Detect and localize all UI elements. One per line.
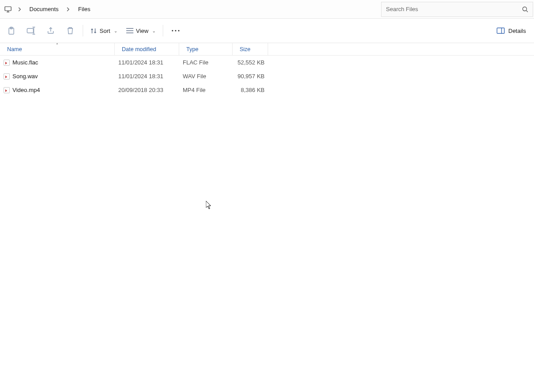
svg-rect-17 [497, 28, 505, 34]
toolbar: Sort ⌄ View ⌄ Details [0, 19, 534, 43]
file-date: 11/01/2024 18:31 [115, 59, 179, 66]
chevron-right-icon[interactable] [15, 7, 24, 12]
address-bar: Documents Files [0, 0, 534, 19]
file-date: 11/01/2024 18:31 [115, 73, 179, 80]
details-icon [497, 28, 505, 34]
breadcrumb[interactable]: Documents Files [0, 4, 381, 14]
details-label: Details [508, 28, 526, 34]
view-label: View [136, 28, 149, 34]
file-row[interactable]: Video.mp4 20/09/2018 20:33 MP4 File 8,38… [0, 83, 534, 97]
file-row[interactable]: Music.flac 11/01/2024 18:31 FLAC File 52… [0, 56, 534, 69]
file-type: WAV File [179, 73, 233, 80]
more-button[interactable] [166, 22, 185, 40]
file-list: Music.flac 11/01/2024 18:31 FLAC File 52… [0, 56, 534, 97]
mouse-cursor [206, 201, 212, 210]
svg-point-15 [175, 30, 176, 31]
sort-ascending-icon: ˄ [56, 43, 58, 48]
toolbar-separator [163, 25, 163, 36]
column-header-type[interactable]: Type [179, 43, 233, 55]
file-size: 52,552 KB [233, 59, 268, 66]
file-size: 8,386 KB [233, 87, 268, 93]
svg-point-3 [523, 7, 527, 11]
svg-rect-0 [5, 7, 11, 11]
sort-button[interactable]: Sort ⌄ [86, 22, 122, 40]
media-file-icon [4, 73, 10, 80]
file-date: 20/09/2018 20:33 [115, 87, 179, 93]
svg-line-4 [526, 10, 528, 12]
chevron-down-icon: ⌄ [114, 28, 117, 33]
svg-point-16 [178, 30, 179, 31]
details-pane-button[interactable]: Details [490, 22, 532, 40]
column-header-size[interactable]: Size [233, 43, 268, 55]
breadcrumb-segment-documents[interactable]: Documents [27, 4, 61, 14]
file-name: Song.wav [12, 73, 38, 80]
view-icon [126, 28, 133, 33]
file-name: Music.flac [12, 59, 38, 66]
delete-button[interactable] [60, 22, 80, 40]
sort-icon [90, 28, 97, 34]
rename-button[interactable] [21, 22, 41, 40]
search-box[interactable] [381, 2, 533, 17]
chevron-right-icon[interactable] [64, 7, 73, 12]
media-file-icon [4, 87, 10, 93]
paste-button[interactable] [2, 22, 21, 40]
share-button[interactable] [41, 22, 60, 40]
svg-rect-7 [27, 28, 33, 33]
chevron-down-icon: ⌄ [152, 28, 156, 33]
column-headers: ˄ Name Date modified Type Size [0, 43, 534, 56]
file-type: FLAC File [179, 59, 233, 66]
search-input[interactable] [386, 6, 522, 12]
column-header-name[interactable]: ˄ Name [0, 43, 115, 55]
file-name: Video.mp4 [12, 87, 40, 93]
svg-point-14 [172, 30, 173, 31]
file-size: 90,957 KB [233, 73, 268, 80]
sort-label: Sort [100, 28, 110, 34]
search-icon[interactable] [522, 6, 528, 12]
file-type: MP4 File [179, 87, 233, 93]
pc-icon[interactable] [4, 5, 12, 14]
toolbar-separator [83, 25, 83, 36]
breadcrumb-segment-files[interactable]: Files [76, 4, 93, 14]
media-file-icon [4, 60, 10, 66]
file-row[interactable]: Song.wav 11/01/2024 18:31 WAV File 90,95… [0, 69, 534, 83]
view-button[interactable]: View ⌄ [122, 22, 160, 40]
column-header-date[interactable]: Date modified [115, 43, 179, 55]
